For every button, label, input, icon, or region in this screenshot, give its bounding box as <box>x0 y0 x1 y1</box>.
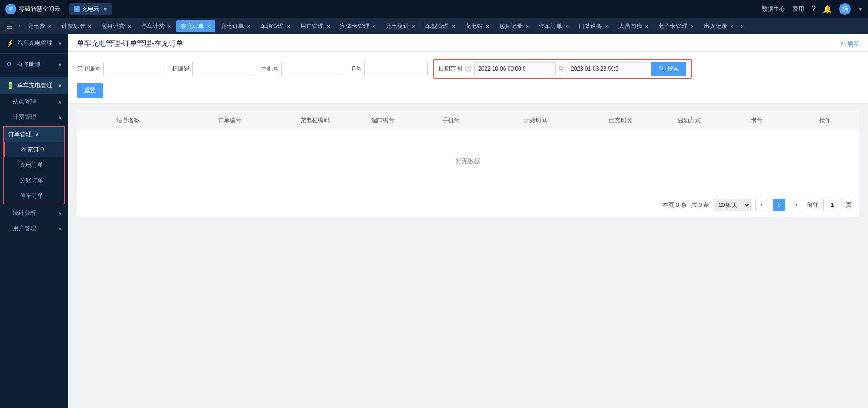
user-mgmt-chevron: ∨ <box>58 226 61 231</box>
charge-cloud-tab[interactable]: ⚡ 充电云 ▼ <box>69 3 112 15</box>
tab-personnel-sync[interactable]: 人员同步 ✕ <box>614 20 653 32</box>
order-mgmt-section: 订单管理 ∧ 在充订单 充电订单 分账订单 停车订单 <box>3 126 65 204</box>
tab-active-orders[interactable]: 在充订单 ✕ <box>176 20 215 32</box>
phone-input[interactable] <box>281 62 344 76</box>
search-btn[interactable]: 🔍 搜索 <box>651 62 686 76</box>
table-empty: 暂无数据 <box>77 130 859 193</box>
page-size-select[interactable]: 20条/页 50条/页 100条/页 <box>714 199 751 211</box>
order-no-input[interactable] <box>103 62 166 76</box>
sidebar-group-ordered-energy: ⚙ 有序能源 ∨ <box>0 56 68 73</box>
col-phone: 手机号 <box>417 111 485 130</box>
close-tab-access-record[interactable]: ✕ <box>730 24 734 29</box>
pile-no-input[interactable] <box>192 62 255 76</box>
charge-cloud-label: 充电云 <box>82 5 99 13</box>
close-tab-parking-fee[interactable]: ✕ <box>167 24 171 29</box>
close-tab-vehicle-type[interactable]: ✕ <box>452 24 455 29</box>
close-tab-charge-station[interactable]: ✕ <box>486 24 489 29</box>
sidebar-subitem-active-order[interactable]: 在充订单 <box>4 142 64 157</box>
sidebar-item-station-mgmt[interactable]: 站点管理 ∨ <box>0 94 68 109</box>
sidebar-subitem-park-order[interactable]: 停车订单 <box>4 188 64 204</box>
filter-group-pile-no: 桩编码 <box>172 62 255 76</box>
close-tab-ecard-mgmt[interactable]: ✕ <box>690 24 694 29</box>
main-layout: ⚡ 汽车充电管理 ∨ ⚙ 有序能源 ∨ 🔋 单车充电管理 ∧ 站点 <box>0 34 868 408</box>
close-tab-parking-order[interactable]: ✕ <box>565 24 569 29</box>
close-tab-active-orders[interactable]: ✕ <box>207 24 211 29</box>
tab-monthly-fee[interactable]: 包月计费 ✕ <box>97 20 136 32</box>
next-page-btn[interactable]: › <box>790 199 802 211</box>
bell-icon[interactable]: 🔔 <box>823 5 832 14</box>
sidebar-group-car-charge: ⚡ 汽车充电管理 ∨ <box>0 34 68 52</box>
close-tab-monthly-record[interactable]: ✕ <box>525 24 529 29</box>
help-icon[interactable]: ? <box>811 5 816 13</box>
sidebar-group-car-charge-header[interactable]: ⚡ 汽车充电管理 ∨ <box>0 34 68 52</box>
close-tab-vehicle-mgmt[interactable]: ✕ <box>287 24 290 29</box>
sidebar-group-ordered-energy-header[interactable]: ⚙ 有序能源 ∨ <box>0 56 68 73</box>
reset-btn[interactable]: 重置 <box>77 83 103 98</box>
tab-physical-card[interactable]: 实体卡管理 ✕ <box>335 20 380 32</box>
table-area: 站点名称 订单编号 充电桩编码 端口编号 手机号 开始时间 已充时长 启动方式 … <box>68 104 868 408</box>
sidebar-item-user-mgmt[interactable]: 用户管理 ∨ <box>0 221 68 236</box>
page-header: 单车充电管理-订单管理-在充订单 ↻ 刷新 <box>68 34 868 52</box>
tab-vehicle-type[interactable]: 车型管理 ✕ <box>421 20 460 32</box>
logo-icon: 零 <box>5 4 16 14</box>
card-no-input[interactable] <box>364 62 428 76</box>
sidebar-item-order-mgmt[interactable]: 订单管理 ∧ <box>4 127 64 142</box>
close-tab-physical-card[interactable]: ✕ <box>372 24 376 29</box>
close-tab-monthly-fee[interactable]: ✕ <box>127 24 131 29</box>
refresh-btn[interactable]: ↻ 刷新 <box>840 40 859 48</box>
user-mgmt-label: 用户管理 <box>13 224 36 232</box>
sidebar-item-stat-analysis[interactable]: 统计分析 ∨ <box>0 205 68 221</box>
car-charge-chevron: ∨ <box>58 41 61 46</box>
tab-monthly-record[interactable]: 包月记录 ✕ <box>495 20 533 32</box>
current-page-btn[interactable]: 1 <box>773 199 785 211</box>
sidebar-item-billing-mgmt[interactable]: 计费管理 ∨ <box>0 109 68 125</box>
tab-next-btn[interactable]: › <box>739 22 745 31</box>
tab-parking-order[interactable]: 停车订单 ✕ <box>534 20 573 32</box>
billing-mgmt-label: 计费管理 <box>13 113 36 121</box>
fee-nav[interactable]: 费用 <box>793 5 804 13</box>
close-tab-charge-orders[interactable]: ✕ <box>247 24 250 29</box>
tab-parking-fee[interactable]: 停车计费 ✕ <box>137 20 175 32</box>
tab-prev-btn[interactable]: ‹ <box>16 22 22 31</box>
topbar: 零 零碳智慧空间云 ⚡ 充电云 ▼ 数据中心 费用 ? 🔔 杨 ▼ <box>0 0 868 18</box>
date-separator: 至 <box>558 65 564 73</box>
tab-door-device[interactable]: 门禁设备 ✕ <box>574 20 613 32</box>
card-no-label: 卡号 <box>350 65 362 73</box>
tab-user-mgmt[interactable]: 用户管理 ✕ <box>296 20 335 32</box>
close-tab-charge-stats[interactable]: ✕ <box>412 24 415 29</box>
date-range-group: 日期范围 🕐 document.querySelector('[data-nam… <box>433 59 692 79</box>
tab-access-record[interactable]: 出入记录 ✕ <box>699 20 738 32</box>
close-tab-personnel-sync[interactable]: ✕ <box>645 24 648 29</box>
goto-input[interactable] <box>823 199 841 211</box>
tab-vehicle-mgmt[interactable]: 车辆管理 ✕ <box>256 20 295 32</box>
filter-row: 订单编号 桩编码 手机号 卡号 <box>77 59 859 79</box>
station-mgmt-label: 站点管理 <box>13 98 36 106</box>
close-tab-user-mgmt[interactable]: ✕ <box>326 24 330 29</box>
close-tab-door-device[interactable]: ✕ <box>605 24 609 29</box>
sidebar-subitem-split-order[interactable]: 分账订单 <box>4 173 64 188</box>
close-tab-charge-fee[interactable]: ✕ <box>48 24 52 29</box>
tab-billing-standard[interactable]: 计费标准 ✕ <box>57 20 96 32</box>
tab-charge-orders[interactable]: 充电订单 ✕ <box>216 20 255 32</box>
data-table: 站点名称 订单编号 充电桩编码 端口编号 手机号 开始时间 已充时长 启动方式 … <box>77 111 859 217</box>
sidebar-group-bike-charge-header[interactable]: 🔋 单车充电管理 ∧ <box>0 77 68 94</box>
col-start-method: 启动方式 <box>655 111 723 130</box>
tab-charge-station[interactable]: 充电站 ✕ <box>461 20 494 32</box>
date-start-input[interactable] <box>474 62 556 75</box>
avatar[interactable]: 杨 <box>839 3 851 15</box>
split-order-label: 分账订单 <box>20 177 43 184</box>
hamburger-btn[interactable]: ☰ <box>4 21 15 32</box>
tab-ecard-mgmt[interactable]: 电子卡管理 ✕ <box>654 20 698 32</box>
tab-charge-stats[interactable]: 充电统计 ✕ <box>381 20 420 32</box>
data-center-nav[interactable]: 数据中心 <box>762 5 785 13</box>
search-icon: 🔍 <box>658 66 665 72</box>
station-mgmt-chevron: ∨ <box>58 100 61 104</box>
phone-label: 手机号 <box>261 65 278 73</box>
dropdown-icon: ▼ <box>103 7 108 12</box>
date-end-input[interactable] <box>567 62 648 75</box>
col-charged-duration: 已充时长 <box>587 111 655 130</box>
prev-page-btn[interactable]: ‹ <box>755 199 768 211</box>
sidebar-subitem-charge-order[interactable]: 充电订单 <box>4 157 64 173</box>
close-tab-billing-standard[interactable]: ✕ <box>88 24 91 29</box>
tab-charge-fee[interactable]: 充电费 ✕ <box>23 20 56 32</box>
